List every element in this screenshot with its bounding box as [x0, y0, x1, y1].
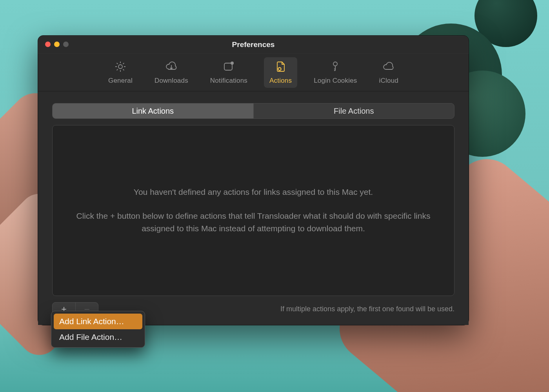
svg-point-0: [118, 65, 122, 69]
svg-point-4: [333, 62, 337, 66]
cloud-icon: [382, 60, 395, 74]
add-action-menu: Add Link Action… Add File Action…: [51, 311, 145, 348]
key-icon: [329, 60, 342, 74]
footer-hint: If multiple actions apply, the first one…: [280, 305, 454, 313]
menu-item-add-link-action[interactable]: Add Link Action…: [54, 314, 142, 329]
menu-item-add-file-action[interactable]: Add File Action…: [54, 329, 142, 345]
tab-notifications[interactable]: Notifications: [205, 57, 253, 88]
tab-label: iCloud: [379, 77, 398, 85]
segment-file-actions[interactable]: File Actions: [253, 103, 454, 118]
tab-label: Notifications: [210, 77, 247, 85]
tab-label: Login Cookies: [314, 77, 357, 85]
minimize-button[interactable]: [54, 42, 60, 47]
tab-icloud[interactable]: iCloud: [374, 57, 404, 88]
tab-downloads[interactable]: Downloads: [149, 57, 194, 88]
close-button[interactable]: [45, 42, 51, 47]
segment-link-actions[interactable]: Link Actions: [53, 103, 253, 118]
svg-point-3: [278, 67, 281, 70]
tab-label: Actions: [269, 77, 292, 85]
svg-point-2: [231, 62, 234, 65]
cloud-download-icon: [165, 60, 178, 74]
window-title: Preferences: [232, 40, 275, 49]
tab-label: General: [108, 77, 133, 85]
preferences-window: Preferences General Downloads Notificati…: [38, 35, 469, 325]
gear-icon: [114, 60, 127, 74]
preferences-body: Link Actions File Actions You haven't de…: [38, 91, 469, 325]
svg-rect-1: [224, 63, 232, 70]
zoom-button-disabled: [63, 42, 69, 47]
actions-segmented-control: Link Actions File Actions: [52, 103, 454, 119]
actions-list-panel: You haven't defined any actions for link…: [52, 125, 454, 296]
empty-state-line2: Click the + button below to define actio…: [76, 211, 431, 233]
tab-general[interactable]: General: [103, 57, 138, 88]
titlebar: Preferences: [38, 36, 469, 54]
tab-label: Downloads: [155, 77, 188, 85]
window-controls: [45, 42, 69, 47]
preferences-toolbar: General Downloads Notifications Actions: [38, 54, 469, 91]
tab-actions[interactable]: Actions: [264, 57, 297, 88]
empty-state-line1: You haven't defined any actions for link…: [73, 186, 434, 199]
empty-state-message: You haven't defined any actions for link…: [73, 186, 434, 235]
notification-icon: [222, 60, 235, 74]
document-gear-icon: [274, 60, 287, 74]
tab-login-cookies[interactable]: Login Cookies: [308, 57, 362, 88]
